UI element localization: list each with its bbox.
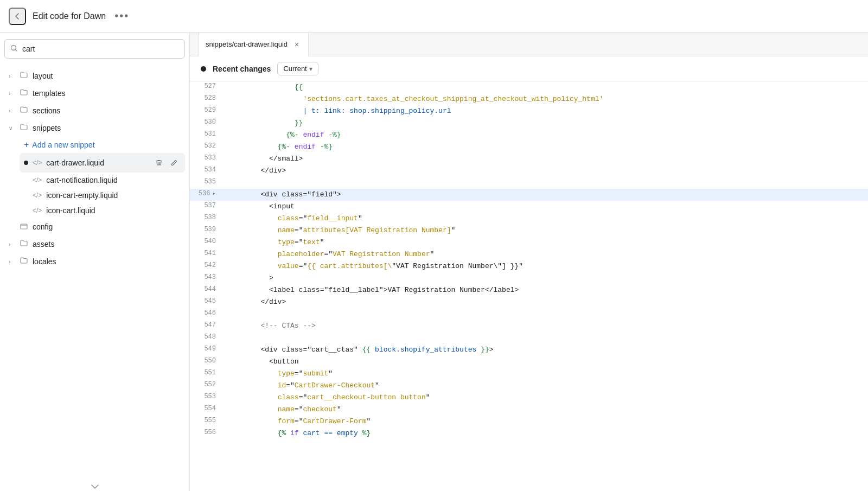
sidebar-item-locales[interactable]: › locales bbox=[4, 253, 185, 270]
sidebar-item-cart-drawer[interactable]: </> cart-drawer.liquid bbox=[20, 153, 185, 173]
chevron-right-icon: › bbox=[9, 73, 15, 79]
table-row: 540 type="text" bbox=[190, 237, 868, 248]
folder-icon bbox=[20, 71, 28, 81]
line-number: 541 bbox=[190, 248, 222, 260]
line-code: value="{{ cart.attributes[\"VAT Registra… bbox=[222, 260, 868, 272]
line-number: 555 bbox=[190, 416, 222, 428]
table-row: 544 <label class="field__label">VAT Regi… bbox=[190, 284, 868, 296]
table-row: 533 </small> bbox=[190, 153, 868, 165]
line-number: 544 bbox=[190, 284, 222, 296]
line-number: 534 bbox=[190, 165, 222, 177]
version-dropdown[interactable]: Current ▾ bbox=[277, 62, 318, 75]
table-row: 530 }} bbox=[190, 117, 868, 129]
table-row: 529 | t: link: shop.shipping_policy.url bbox=[190, 105, 868, 117]
line-code: class="field__input" bbox=[222, 213, 868, 225]
active-dot bbox=[24, 161, 28, 165]
line-number: 535 bbox=[190, 177, 222, 189]
line-code: class="cart__checkout-button button" bbox=[222, 392, 868, 404]
sidebar-item-sections[interactable]: › sections bbox=[4, 102, 185, 119]
line-number: 542 bbox=[190, 260, 222, 272]
editor-area: snippets/cart-drawer.liquid × Recent cha… bbox=[190, 33, 868, 491]
sidebar-tree: › layout › templates › sectio bbox=[0, 61, 189, 482]
line-number: 556 bbox=[190, 428, 222, 439]
file-tab[interactable]: snippets/cart-drawer.liquid × bbox=[199, 33, 309, 56]
table-row: 535 bbox=[190, 177, 868, 189]
table-row: 547 <!-- CTAs --> bbox=[190, 320, 868, 332]
line-number: 539 bbox=[190, 225, 222, 237]
snippets-children: + Add a new snippet </> cart-drawer.liqu… bbox=[4, 137, 185, 218]
templates-label: templates bbox=[33, 89, 181, 98]
line-number: 548 bbox=[190, 332, 222, 344]
table-row: 539 name="attributes[VAT Registration Nu… bbox=[190, 225, 868, 237]
sidebar-item-templates[interactable]: › templates bbox=[4, 85, 185, 102]
line-number: 532 bbox=[190, 141, 222, 153]
line-code: </small> bbox=[222, 153, 868, 165]
rename-button[interactable] bbox=[168, 156, 181, 169]
delete-button[interactable] bbox=[152, 156, 165, 169]
table-row: 550 <button bbox=[190, 356, 868, 368]
back-button[interactable] bbox=[9, 8, 26, 25]
sidebar-item-layout[interactable]: › layout bbox=[4, 67, 185, 85]
line-code: | t: link: shop.shipping_policy.url bbox=[222, 105, 868, 117]
search-bar[interactable] bbox=[4, 39, 185, 59]
line-number: 530 bbox=[190, 117, 222, 129]
svg-rect-1 bbox=[21, 224, 27, 229]
code-icon: </> bbox=[33, 159, 42, 167]
line-code: <div class="field"> bbox=[222, 189, 868, 201]
add-snippet-button[interactable]: + Add a new snippet bbox=[20, 137, 185, 153]
line-code: </div> bbox=[222, 296, 868, 308]
line-number: 543 bbox=[190, 272, 222, 284]
table-row: 531 {%- endif -%} bbox=[190, 129, 868, 141]
line-number: 550 bbox=[190, 356, 222, 368]
sidebar-item-config[interactable]: config bbox=[4, 218, 185, 235]
line-number: 538 bbox=[190, 213, 222, 225]
locales-label: locales bbox=[33, 257, 181, 266]
more-button[interactable]: ••• bbox=[114, 10, 129, 22]
sidebar-item-cart-notification[interactable]: </> cart-notification.liquid bbox=[20, 173, 185, 188]
line-code: }} bbox=[222, 117, 868, 129]
sections-label: sections bbox=[33, 106, 181, 115]
line-number: 554 bbox=[190, 404, 222, 416]
chevron-right-icon: › bbox=[9, 108, 15, 114]
folder-icon bbox=[20, 256, 28, 267]
main-layout: › layout › templates › sectio bbox=[0, 33, 868, 491]
line-code bbox=[222, 332, 868, 344]
page-title: Edit code for Dawn bbox=[33, 11, 106, 21]
header: Edit code for Dawn ••• bbox=[0, 0, 868, 33]
sidebar-item-icon-cart-empty[interactable]: </> icon-cart-empty.liquid bbox=[20, 188, 185, 203]
search-input[interactable] bbox=[22, 44, 179, 53]
line-number: 529 bbox=[190, 105, 222, 117]
line-code: <label class="field__label">VAT Registra… bbox=[222, 284, 868, 296]
chevron-down-icon: ∨ bbox=[9, 125, 15, 131]
line-code: id="CartDrawer-Checkout" bbox=[222, 380, 868, 392]
table-row: 552 id="CartDrawer-Checkout" bbox=[190, 380, 868, 392]
line-code: <input bbox=[222, 201, 868, 213]
dot-indicator bbox=[201, 66, 206, 72]
line-code: <div class="cart__ctas" {{ block.shopify… bbox=[222, 344, 868, 356]
tab-bar: snippets/cart-drawer.liquid × bbox=[190, 33, 868, 56]
sidebar-item-assets[interactable]: › assets bbox=[4, 235, 185, 253]
table-row: 548 bbox=[190, 332, 868, 344]
tab-label: snippets/cart-drawer.liquid bbox=[206, 40, 288, 48]
table-row: 537 <input bbox=[190, 201, 868, 213]
line-number: 552 bbox=[190, 380, 222, 392]
snippets-label: snippets bbox=[33, 124, 181, 132]
sidebar-item-snippets[interactable]: ∨ snippets bbox=[4, 119, 185, 137]
cart-drawer-label: cart-drawer.liquid bbox=[46, 158, 148, 167]
line-code: {%- endif -%} bbox=[222, 129, 868, 141]
layout-label: layout bbox=[33, 72, 181, 80]
tab-close-button[interactable]: × bbox=[292, 40, 302, 49]
chevron-right-icon: › bbox=[9, 241, 15, 247]
line-number: 528 bbox=[190, 93, 222, 105]
table-row: 551 type="submit" bbox=[190, 368, 868, 380]
folder-icon bbox=[20, 239, 28, 250]
code-editor[interactable]: 527 {{528 'sections.cart.taxes_at_checko… bbox=[190, 81, 868, 491]
line-code: </div> bbox=[222, 165, 868, 177]
line-number: 551 bbox=[190, 368, 222, 380]
folder-icon bbox=[20, 88, 28, 99]
table-row: 527 {{ bbox=[190, 81, 868, 93]
line-number: 553 bbox=[190, 392, 222, 404]
assets-label: assets bbox=[33, 240, 181, 248]
table-row: 554 name="checkout" bbox=[190, 404, 868, 416]
sidebar-item-icon-cart[interactable]: </> icon-cart.liquid bbox=[20, 203, 185, 218]
